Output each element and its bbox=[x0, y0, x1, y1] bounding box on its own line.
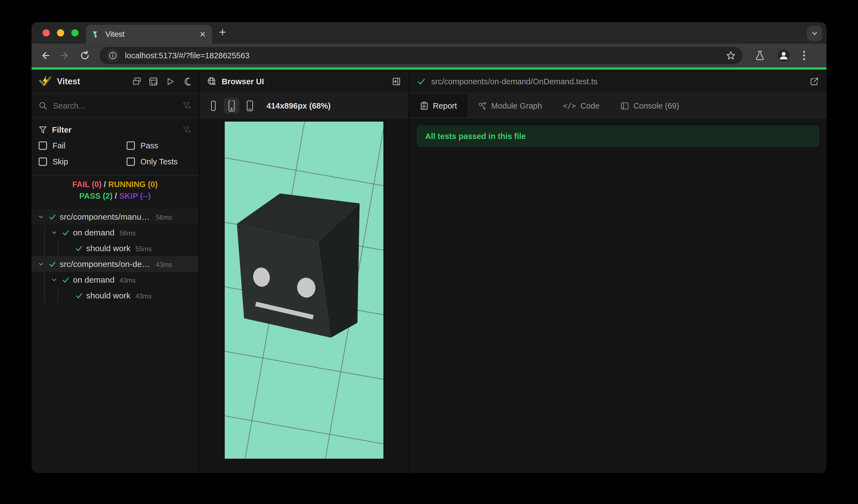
report-clipboard-icon bbox=[420, 101, 428, 110]
robot-cube-3d bbox=[225, 121, 383, 459]
tree-row-test[interactable]: should work55ms bbox=[32, 240, 198, 256]
new-tab-button[interactable]: + bbox=[219, 26, 226, 38]
screenshot: Vitest ✕ + bbox=[0, 0, 858, 504]
filter-checkboxes: Fail Pass Skip Only Tests bbox=[32, 137, 198, 170]
checkbox[interactable] bbox=[127, 158, 135, 166]
browser-toolbar: localhost:5173/#/?file=1828625563 bbox=[32, 44, 826, 67]
sidebar-title: Vitest bbox=[57, 77, 80, 86]
chevron-spacer bbox=[64, 245, 71, 252]
filter-title: Filter bbox=[52, 126, 182, 134]
vitest-sidebar: Vitest bbox=[32, 70, 198, 473]
search-row: Search... bbox=[32, 94, 198, 118]
checkbox[interactable] bbox=[127, 142, 135, 150]
test-name: on demand bbox=[73, 275, 114, 284]
indent-guide bbox=[58, 240, 58, 256]
address-bar[interactable]: localhost:5173/#/?file=1828625563 bbox=[99, 47, 743, 64]
report-panel: src/components/on-demand/OnDemand.test.t… bbox=[410, 70, 826, 473]
profile-avatar[interactable] bbox=[777, 49, 790, 62]
tree-row-file[interactable]: src/components/on-dema…43ms bbox=[32, 256, 198, 272]
filter-checkbox-fail[interactable]: Fail bbox=[39, 137, 127, 153]
dashboard-icon[interactable] bbox=[149, 77, 158, 86]
browser-panel-header: Browser UI bbox=[200, 70, 409, 94]
menu-kebab-icon[interactable] bbox=[802, 50, 806, 61]
device-mobile-small-button[interactable] bbox=[206, 98, 221, 114]
minimize-window-button[interactable] bbox=[57, 29, 64, 36]
pass-check-icon bbox=[75, 292, 83, 299]
sidebar-header: Vitest bbox=[32, 70, 198, 94]
tab-close-icon[interactable]: ✕ bbox=[200, 30, 206, 39]
test-duration: 56ms bbox=[156, 212, 172, 221]
test-name: src/components/on-dema… bbox=[60, 259, 151, 269]
tree-row-suite[interactable]: on demand56ms bbox=[32, 225, 198, 240]
test-name: on demand bbox=[73, 228, 114, 237]
clear-search-filter-icon[interactable] bbox=[182, 101, 191, 110]
checkbox[interactable] bbox=[39, 142, 47, 150]
preview-area bbox=[200, 118, 409, 473]
window-controls bbox=[43, 29, 79, 36]
chevron-down-icon[interactable] bbox=[37, 213, 45, 221]
collapse-windows-icon[interactable] bbox=[132, 77, 142, 86]
filter-checkbox-skip[interactable]: Skip bbox=[39, 153, 127, 170]
test-preview-iframe[interactable] bbox=[225, 121, 383, 459]
dock-panel-right-icon[interactable] bbox=[392, 77, 401, 86]
pass-check-icon bbox=[62, 276, 69, 284]
run-all-play-icon[interactable] bbox=[165, 77, 175, 86]
search-input[interactable]: Search... bbox=[53, 101, 182, 111]
funnel-icon bbox=[39, 126, 47, 134]
test-name: src/components/manual/… bbox=[60, 212, 151, 222]
close-window-button[interactable] bbox=[43, 29, 50, 36]
test-duration: 43ms bbox=[136, 291, 152, 300]
indent-guide bbox=[44, 272, 45, 304]
console-icon bbox=[621, 102, 629, 110]
experiments-flask-icon[interactable] bbox=[754, 50, 765, 61]
tab-strip: Vitest ✕ + bbox=[32, 22, 826, 44]
site-info-icon[interactable] bbox=[106, 49, 120, 62]
clear-filters-icon[interactable] bbox=[182, 126, 191, 134]
tab-report[interactable]: Report bbox=[410, 94, 467, 118]
maximize-window-button[interactable] bbox=[71, 29, 79, 36]
filter-checkbox-pass[interactable]: Pass bbox=[127, 137, 198, 153]
viewport-dimensions: 414x896px (68%) bbox=[267, 101, 331, 111]
tab-code[interactable]: </> Code bbox=[553, 94, 610, 118]
tree-row-file[interactable]: src/components/manual/…56ms bbox=[32, 209, 198, 225]
back-button[interactable] bbox=[40, 50, 50, 61]
filter-section: Filter Fail Pass Skip Only Tests bbox=[32, 118, 198, 176]
forward-button[interactable] bbox=[60, 50, 70, 61]
vitest-logo-icon bbox=[39, 75, 51, 88]
test-progress-bar bbox=[32, 67, 826, 70]
url-text[interactable]: localhost:5173/#/?file=1828625563 bbox=[125, 51, 726, 60]
pass-check-icon bbox=[62, 229, 69, 237]
chevron-down-icon bbox=[810, 29, 819, 37]
tree-row-test[interactable]: should work43ms bbox=[32, 288, 198, 304]
bookmark-star-icon[interactable] bbox=[726, 51, 736, 61]
open-external-icon[interactable] bbox=[809, 77, 819, 86]
report-body: All tests passed in this file bbox=[410, 118, 826, 473]
reload-button[interactable] bbox=[80, 50, 90, 61]
chevron-spacer bbox=[64, 292, 71, 299]
test-tree: src/components/manual/…56mson demand56ms… bbox=[32, 205, 198, 473]
test-status-summary: FAIL (0) / RUNNING (0) PASS (2) / SKIP (… bbox=[32, 176, 198, 205]
chevron-down-icon[interactable] bbox=[50, 229, 58, 237]
filter-checkbox-only-tests[interactable]: Only Tests bbox=[127, 153, 198, 170]
chevron-down-icon[interactable] bbox=[50, 276, 58, 284]
tab-console[interactable]: Console (69) bbox=[610, 94, 690, 118]
checkbox[interactable] bbox=[39, 158, 47, 166]
browser-ui-panel: Browser UI 414x896px bbox=[200, 70, 409, 473]
globe-icon bbox=[207, 77, 217, 86]
device-mobile-plus-button[interactable] bbox=[224, 98, 239, 114]
device-mobile-dash-button[interactable] bbox=[242, 98, 258, 114]
module-graph-icon bbox=[478, 101, 487, 110]
tab-search-button[interactable] bbox=[807, 26, 822, 41]
test-file-path: src/components/on-demand/OnDemand.test.t… bbox=[431, 77, 597, 86]
vitest-favicon-icon bbox=[92, 30, 100, 38]
pass-count: PASS (2) bbox=[79, 192, 112, 200]
chevron-down-icon[interactable] bbox=[37, 260, 45, 268]
browser-panel-title: Browser UI bbox=[222, 77, 264, 86]
test-duration: 55ms bbox=[136, 244, 152, 253]
tab-module-graph[interactable]: Module Graph bbox=[467, 94, 553, 118]
search-icon bbox=[39, 101, 48, 110]
browser-tab[interactable]: Vitest ✕ bbox=[86, 25, 212, 44]
tree-row-suite[interactable]: on demand43ms bbox=[32, 272, 198, 288]
theme-toggle-moon-icon[interactable] bbox=[182, 77, 191, 86]
report-panel-header: src/components/on-demand/OnDemand.test.t… bbox=[410, 70, 826, 94]
